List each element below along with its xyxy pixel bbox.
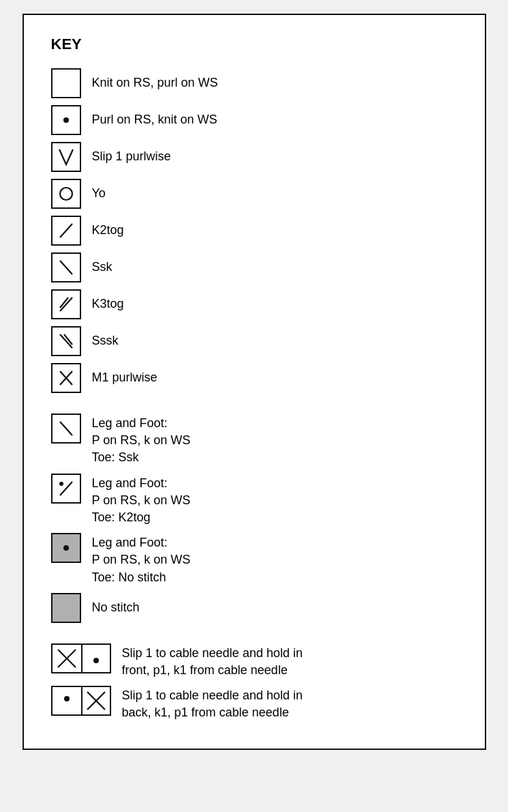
item-label: Purl on RS, knit on WS <box>92 111 218 128</box>
slash-back-small-icon <box>53 416 79 441</box>
list-item: Leg and Foot:P on RS, k on WSToe: No sti… <box>51 533 458 586</box>
symbol-k2tog <box>51 216 81 246</box>
item-label: K2tog <box>92 222 124 239</box>
list-item: Slip 1 to cable needle and hold infront,… <box>51 643 458 679</box>
hourglass-icon <box>53 365 79 391</box>
list-item: Leg and Foot:P on RS, k on WSToe: Ssk <box>51 414 458 467</box>
list-item: M1 purlwise <box>51 363 458 393</box>
slash-forward-icon <box>53 218 79 244</box>
list-item: Slip 1 purlwise <box>51 142 458 172</box>
item-label: Slip 1 purlwise <box>92 148 171 165</box>
symbol-ssk <box>51 252 81 282</box>
symbol-cable-back-left <box>51 686 81 716</box>
svg-line-2 <box>60 261 72 274</box>
symbol-dot <box>51 105 81 135</box>
slash-forward-dot-icon <box>53 476 79 502</box>
symbol-cable-right <box>81 643 111 673</box>
item-label: M1 purlwise <box>92 369 158 386</box>
v-icon <box>53 144 79 170</box>
symbol-m1p <box>51 363 81 393</box>
slash-back-icon <box>53 255 79 280</box>
svg-line-9 <box>60 422 72 435</box>
list-item: Slip 1 to cable needle and hold inback, … <box>51 686 458 721</box>
circle-icon <box>53 181 79 207</box>
cable-x-icon <box>54 646 80 671</box>
list-item: Leg and Foot:P on RS, k on WSToe: K2tog <box>51 474 458 527</box>
item-label: Slip 1 to cable needle and hold infront,… <box>122 643 303 679</box>
symbol-cable-back <box>51 686 111 716</box>
symbol-k3tog <box>51 289 81 319</box>
list-item: Yo <box>51 179 458 209</box>
symbol-no-stitch <box>51 593 81 623</box>
item-label: Knit on RS, purl on WS <box>92 74 218 91</box>
svg-point-11 <box>59 482 63 486</box>
list-item: No stitch <box>51 593 458 623</box>
svg-point-0 <box>60 188 72 200</box>
symbol-circle <box>51 179 81 209</box>
spacer <box>51 400 458 407</box>
dot-icon <box>63 545 69 551</box>
item-label: No stitch <box>92 599 140 616</box>
symbol-cable-front <box>51 643 111 673</box>
spacer <box>51 630 458 637</box>
symbol-sssk <box>51 326 81 356</box>
key-title: KEY <box>51 35 458 53</box>
item-label: K3tog <box>92 295 124 313</box>
double-slash-back-icon <box>53 328 79 354</box>
symbol-v <box>51 142 81 172</box>
symbol-leg-k2tog <box>51 474 81 504</box>
cable-x2-icon <box>83 688 109 714</box>
svg-point-14 <box>93 658 99 663</box>
item-label: Ssk <box>92 259 113 276</box>
item-label: Yo <box>92 185 106 202</box>
list-item: Knit on RS, purl on WS <box>51 68 458 98</box>
symbol-cable-back-right <box>81 686 111 716</box>
double-slash-forward-icon <box>53 291 79 317</box>
symbol-leg-ssk <box>51 414 81 444</box>
item-label: Leg and Foot:P on RS, k on WSToe: No sti… <box>92 533 191 586</box>
svg-line-1 <box>60 224 72 237</box>
key-list: Knit on RS, purl on WS Purl on RS, knit … <box>51 68 458 721</box>
cable-dot-icon <box>83 646 109 671</box>
list-item: K2tog <box>51 216 458 246</box>
svg-point-15 <box>64 696 70 701</box>
symbol-cable-left <box>51 643 81 673</box>
symbol-empty <box>51 68 81 98</box>
list-item: Purl on RS, knit on WS <box>51 105 458 135</box>
item-label: Sssk <box>92 332 119 349</box>
dot-icon <box>63 117 69 123</box>
item-label: Leg and Foot:P on RS, k on WSToe: Ssk <box>92 414 191 467</box>
symbol-leg-no-stitch <box>51 533 81 563</box>
item-label: Slip 1 to cable needle and hold inback, … <box>122 686 303 721</box>
item-label: Leg and Foot:P on RS, k on WSToe: K2tog <box>92 474 191 527</box>
list-item: Sssk <box>51 326 458 356</box>
list-item: Ssk <box>51 252 458 282</box>
list-item: K3tog <box>51 289 458 319</box>
key-card: KEY Knit on RS, purl on WS Purl on RS, k… <box>23 14 486 750</box>
cable-dot2-icon <box>54 688 80 714</box>
